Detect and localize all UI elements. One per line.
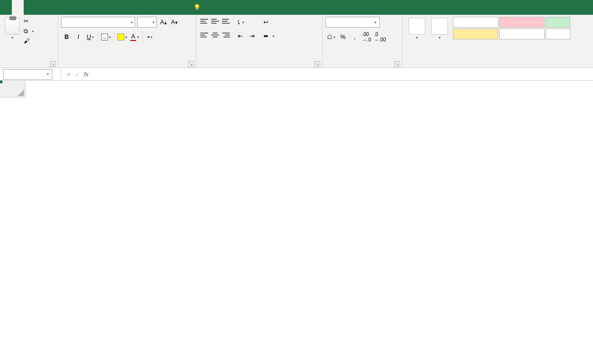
align-center-button[interactable] [210,31,220,39]
tab-pdf-tools[interactable] [130,0,142,15]
merge-center-button[interactable]: ⬌▾ [261,31,276,41]
cell-style-good[interactable] [546,17,570,28]
tab-draw[interactable] [36,0,47,15]
font-color-button[interactable]: A▾ [129,32,140,42]
cancel-formula-icon[interactable]: ✕ [66,71,71,78]
bold-button[interactable]: B [61,32,72,42]
paste-icon[interactable] [5,18,20,35]
cell-style-calc[interactable] [546,29,570,39]
scissors-icon: ✂ [24,18,29,25]
decrease-decimal-button[interactable]: .0→.00 [373,32,387,42]
tab-file[interactable] [0,0,12,15]
font-dialog-launcher[interactable]: ↘ [188,61,194,67]
align-left-button[interactable] [199,31,209,39]
table-format-icon [431,18,448,35]
phonetic-guide-button[interactable]: ▾ [145,32,155,42]
worksheet-grid[interactable] [0,81,593,364]
group-number: ▾ ☖▾ % , .00→.0 .0→.00 ↘ [323,15,403,68]
align-middle-button[interactable] [210,17,220,26]
formula-bar-row: ▾ ✕ ✓ fx [0,68,593,81]
cell-style-neutral[interactable] [453,29,498,39]
tab-help[interactable] [118,0,130,15]
format-painter-button[interactable]: 🖌 [24,37,34,44]
group-font: ▾ ▾ A▴ A▾ B I U▾ ▾ ▾ A▾ ▾ ↘ [58,15,196,68]
tab-review[interactable] [83,0,95,15]
fill-color-button[interactable]: ▾ [116,32,128,42]
group-alignment: ⤹▾ ⇤ ⇥ ↩ ⬌▾ ↘ [196,15,323,68]
underline-button[interactable]: U▾ [85,32,96,42]
decrease-font-button[interactable]: A▾ [170,18,179,27]
clipboard-dialog-launcher[interactable]: ↘ [50,61,56,67]
tab-home[interactable] [12,0,24,15]
font-color-icon: A [130,33,136,41]
group-styles: ▾ ▾ [403,15,593,68]
accounting-format-button[interactable]: ☖▾ [326,32,336,42]
alignment-dialog-launcher[interactable]: ↘ [314,61,320,67]
conditional-formatting-button[interactable]: ▾ [406,17,428,41]
phonetic-icon [148,36,149,37]
orientation-button[interactable]: ⤹▾ [235,17,246,28]
tab-developer[interactable] [107,0,118,15]
formula-bar-input[interactable] [96,69,593,80]
tab-data[interactable] [71,0,83,15]
comma-format-button[interactable]: , [349,32,360,42]
increase-font-button[interactable]: A▴ [159,18,168,27]
name-box[interactable]: ▾ [3,69,52,80]
fx-icon[interactable]: fx [84,71,88,78]
border-icon [101,34,108,40]
copy-button[interactable]: ⧉▾ [24,28,34,35]
number-dialog-launcher[interactable]: ↘ [394,61,400,67]
tab-page-layout[interactable] [47,0,59,15]
confirm-formula-icon[interactable]: ✓ [75,71,80,78]
bucket-icon [117,34,124,40]
format-as-table-button[interactable]: ▾ [428,17,451,41]
cut-button[interactable]: ✂ [24,18,34,25]
tab-insert[interactable] [24,0,36,15]
number-format-select[interactable]: ▾ [326,17,380,28]
wrap-text-button[interactable]: ↩ [261,17,276,28]
merge-icon: ⬌ [263,33,268,39]
italic-button[interactable]: I [73,32,84,42]
cell-style-normal[interactable] [453,17,498,28]
percent-format-button[interactable]: % [337,32,348,42]
tab-view[interactable] [95,0,107,15]
paste-dropdown[interactable]: ▾ [11,36,13,40]
copy-icon: ⧉ [24,28,28,35]
decrease-indent-button[interactable]: ⇤ [235,31,246,41]
conditional-formatting-icon [408,18,425,35]
lightbulb-icon: 💡 [193,4,201,11]
align-right-button[interactable] [221,31,231,39]
tab-team[interactable] [166,0,178,15]
brush-icon: 🖌 [24,37,30,44]
tab-formulas[interactable] [59,0,71,15]
font-name-select[interactable]: ▾ [61,17,135,28]
tell-me-search[interactable] [203,0,215,15]
ribbon: ▾ ✂ ⧉▾ 🖌 ↘ ▾ ▾ A▴ A▾ B I U▾ ▾ [0,15,593,68]
select-all-corner[interactable] [0,81,26,98]
font-size-select[interactable]: ▾ [137,17,157,28]
cell-style-bad[interactable] [499,17,545,28]
align-bottom-button[interactable] [221,17,231,26]
cell-style-hyperlink[interactable] [499,29,545,39]
borders-button[interactable]: ▾ [100,32,112,42]
align-top-button[interactable] [199,17,209,26]
cell-styles-gallery[interactable] [453,17,570,39]
wrap-icon: ↩ [263,19,268,26]
increase-decimal-button[interactable]: .00→.0 [361,32,372,42]
group-clipboard: ▾ ✂ ⧉▾ 🖌 ↘ [0,15,58,68]
tab-power-pivot[interactable] [154,0,166,15]
tab-acrobat[interactable] [142,0,154,15]
ribbon-tabbar: 💡 [0,0,593,15]
increase-indent-button[interactable]: ⇥ [247,31,258,41]
tab-baidu-netdisk[interactable] [178,0,189,15]
